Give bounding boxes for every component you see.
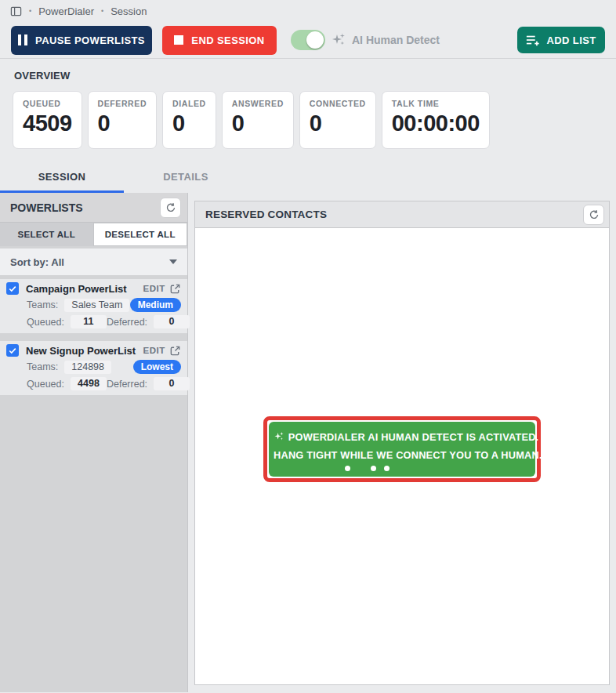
- select-all-button[interactable]: SELECT ALL: [0, 223, 93, 246]
- edit-powerlist-link[interactable]: EDIT: [143, 345, 181, 357]
- refresh-icon: [165, 202, 176, 213]
- loading-dot: [345, 466, 350, 471]
- teams-label: Teams:: [27, 361, 58, 372]
- loading-dot: [384, 466, 390, 471]
- reserved-contacts-body: POWERDIALER AI HUMAN DETECT IS ACTIVATED…: [195, 228, 609, 684]
- queued-value-chip: 4498: [71, 377, 107, 390]
- stat-value: 0: [310, 111, 366, 136]
- pause-powerlists-button[interactable]: PAUSE POWERLISTS: [11, 26, 152, 55]
- end-session-label: END SESSION: [191, 34, 264, 46]
- powerlist-checkbox[interactable]: [6, 282, 19, 295]
- tab-details[interactable]: DETAILS: [124, 163, 248, 193]
- add-list-label: ADD LIST: [546, 34, 596, 46]
- stat-card-connected: CONNECTED 0: [299, 91, 376, 149]
- deferred-label: Deferred:: [107, 317, 147, 328]
- priority-badge: Lowest: [133, 360, 181, 374]
- powerlist-item-new-signup: New Signup PowerList EDIT Teams: 124898 …: [0, 341, 187, 395]
- powerlists-title: POWERLISTS: [10, 201, 83, 214]
- stat-value: 0: [172, 111, 206, 136]
- stat-label: CONNECTED: [310, 99, 366, 108]
- external-link-icon: [169, 345, 181, 357]
- pause-powerlists-label: PAUSE POWERLISTS: [35, 34, 145, 46]
- deferred-label: Deferred:: [107, 379, 147, 390]
- edit-label: EDIT: [143, 346, 165, 355]
- sort-by-label: Sort by: All: [10, 256, 64, 268]
- loading-dots: [238, 466, 495, 471]
- overview-section: OVERVIEW QUEUED 4509 DEFERRED 0 DIALED 0…: [0, 59, 616, 163]
- check-icon: [9, 285, 16, 292]
- edit-label: EDIT: [143, 284, 165, 293]
- powerlist-item-campaign: Campaign PowerList EDIT Teams: Sales Tea…: [0, 279, 187, 333]
- sort-by-dropdown[interactable]: Sort by: All: [0, 249, 187, 275]
- breadcrumb: • PowerDialer • Session: [0, 0, 616, 22]
- queued-label: Queued:: [27, 379, 64, 390]
- ai-human-detect-label: AI Human Detect: [352, 34, 440, 46]
- playlist-add-icon: [526, 34, 540, 46]
- deferred-value-chip: 0: [154, 315, 190, 328]
- powerlists-header: POWERLISTS: [0, 193, 187, 223]
- stat-value: 00:00:00: [392, 111, 480, 136]
- tab-session[interactable]: SESSION: [0, 163, 124, 193]
- breadcrumb-item-session[interactable]: Session: [111, 5, 147, 17]
- breadcrumb-separator: •: [29, 7, 31, 15]
- queued-value-chip: 11: [71, 315, 107, 328]
- stat-label: DIALED: [172, 99, 206, 108]
- sparkles-icon: [331, 32, 346, 48]
- tab-bar: SESSION DETAILS: [0, 163, 616, 193]
- powerlist-name: Campaign PowerList: [26, 283, 143, 295]
- add-list-button[interactable]: ADD LIST: [517, 27, 605, 53]
- stat-label: ANSWERED: [232, 99, 284, 108]
- pause-icon: [18, 34, 27, 45]
- banner-text-line1: POWERDIALER AI HUMAN DETECT IS ACTIVATED…: [288, 431, 539, 443]
- check-icon: [9, 347, 16, 354]
- stop-icon: [174, 35, 183, 45]
- breadcrumb-item-powerdialer[interactable]: PowerDialer: [38, 5, 94, 17]
- reserved-contacts-header: RESERVED CONTACTS: [195, 201, 609, 228]
- stat-value: 0: [232, 111, 284, 136]
- deselect-all-button[interactable]: DESELECT ALL: [93, 223, 188, 246]
- breadcrumb-separator: •: [101, 7, 103, 15]
- stat-card-queued: QUEUED 4509: [13, 91, 82, 149]
- queued-label: Queued:: [27, 317, 64, 328]
- priority-badge: Medium: [130, 298, 181, 312]
- ai-human-detect-group: AI Human Detect: [287, 30, 440, 50]
- ai-human-detect-toggle[interactable]: [291, 30, 325, 50]
- stat-card-talk-time: TALK TIME 00:00:00: [382, 91, 490, 149]
- stat-label: DEFERRED: [98, 99, 147, 108]
- stats-row: QUEUED 4509 DEFERRED 0 DIALED 0 ANSWERED…: [13, 91, 603, 149]
- deferred-value-chip: 0: [154, 377, 190, 390]
- sidebar-toggle-icon[interactable]: [10, 5, 22, 17]
- chevron-down-icon: [169, 259, 177, 264]
- edit-powerlist-link[interactable]: EDIT: [143, 283, 181, 295]
- teams-value-chip: 124898: [64, 361, 111, 374]
- toolbar: PAUSE POWERLISTS END SESSION AI Human De…: [0, 22, 616, 58]
- powerlist-checkbox[interactable]: [6, 344, 19, 357]
- main-content: POWERLISTS SELECT ALL DESELECT ALL Sort …: [0, 193, 616, 692]
- stat-card-deferred: DEFERRED 0: [88, 91, 158, 149]
- toggle-knob: [306, 31, 324, 49]
- banner-text-line2: HANG TIGHT WHILE WE CONNECT YOU TO A HUM…: [274, 447, 531, 463]
- select-segmented-control: SELECT ALL DESELECT ALL: [0, 223, 187, 246]
- ai-detect-banner-highlight: POWERDIALER AI HUMAN DETECT IS ACTIVATED…: [263, 416, 541, 482]
- session-right-area: RESERVED CONTACTS: [188, 193, 616, 692]
- stat-card-answered: ANSWERED 0: [222, 91, 294, 149]
- teams-label: Teams:: [27, 299, 58, 310]
- external-link-icon: [169, 283, 181, 295]
- stat-label: TALK TIME: [392, 99, 480, 108]
- reserved-contacts-title: RESERVED CONTACTS: [205, 209, 327, 220]
- stat-card-dialed: DIALED 0: [162, 91, 216, 149]
- loading-dot: [371, 466, 376, 471]
- ai-detect-banner: POWERDIALER AI HUMAN DETECT IS ACTIVATED…: [269, 422, 535, 477]
- end-session-button[interactable]: END SESSION: [162, 26, 277, 55]
- stat-value: 0: [98, 111, 147, 136]
- sparkles-icon: [274, 433, 288, 444]
- powerlists-refresh-button[interactable]: [160, 198, 181, 218]
- refresh-icon: [589, 209, 600, 220]
- powerlist-name: New Signup PowerList: [26, 345, 143, 357]
- stat-value: 4509: [23, 111, 72, 136]
- stat-label: QUEUED: [23, 99, 72, 108]
- reserved-contacts-refresh-button[interactable]: [583, 205, 604, 225]
- reserved-contacts-panel: RESERVED CONTACTS: [194, 201, 610, 685]
- powerlists-panel: POWERLISTS SELECT ALL DESELECT ALL Sort …: [0, 193, 188, 692]
- teams-value-chip: Sales Team: [64, 299, 129, 312]
